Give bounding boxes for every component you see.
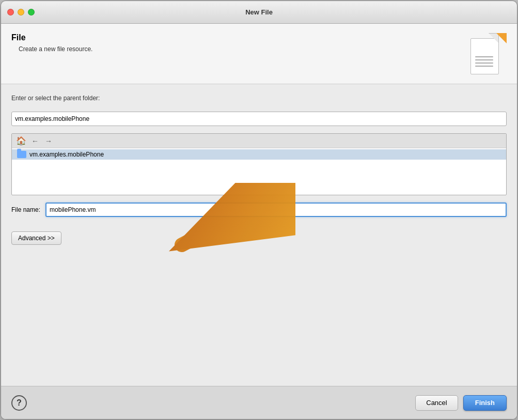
- tree-container: 🏠 ← → vm.examples.mobilePhone: [11, 133, 507, 195]
- close-button[interactable]: [7, 9, 14, 15]
- advanced-button[interactable]: Advanced >>: [11, 231, 61, 245]
- title-bar: New File: [1, 1, 517, 24]
- form-section: Enter or select the parent folder: 🏠 ← →…: [1, 84, 517, 386]
- header-section: File Create a new file resource.: [1, 24, 517, 84]
- finish-button[interactable]: Finish: [463, 395, 507, 411]
- window-title: New File: [245, 8, 273, 16]
- filename-input[interactable]: [45, 203, 507, 217]
- file-icon-lines: [475, 56, 493, 69]
- bottom-buttons: Cancel Finish: [415, 395, 507, 411]
- maximize-button[interactable]: [28, 9, 35, 15]
- bottom-bar: ? Cancel Finish: [1, 386, 517, 419]
- main-window: New File File Create a new file resource…: [1, 1, 517, 419]
- header-text: File Create a new file resource.: [11, 33, 92, 53]
- arrow-svg: [140, 183, 295, 266]
- filename-row: File name:: [11, 203, 507, 217]
- file-icon-line: [475, 59, 493, 60]
- home-icon[interactable]: 🏠: [16, 136, 26, 146]
- file-icon-body: [470, 38, 499, 74]
- file-icon-line: [475, 66, 493, 67]
- tree-item-label: vm.examples.mobilePhone: [29, 151, 104, 158]
- folder-label: Enter or select the parent folder:: [11, 95, 507, 102]
- forward-button[interactable]: →: [44, 137, 53, 145]
- folder-input[interactable]: [11, 112, 507, 126]
- cancel-button[interactable]: Cancel: [415, 395, 458, 411]
- file-icon-line: [475, 56, 493, 57]
- traffic-lights: [7, 9, 35, 15]
- folder-icon: [17, 151, 26, 158]
- file-icon-line: [475, 63, 493, 64]
- tree-item[interactable]: vm.examples.mobilePhone: [12, 149, 506, 160]
- filename-label: File name:: [11, 206, 40, 213]
- header-title: File: [11, 33, 92, 42]
- minimize-button[interactable]: [18, 9, 24, 15]
- content-area: File Create a new file resource.: [1, 24, 517, 419]
- header-subtitle: Create a new file resource.: [19, 45, 92, 53]
- help-button[interactable]: ?: [11, 395, 27, 411]
- back-button[interactable]: ←: [30, 137, 40, 145]
- tree-toolbar: 🏠 ← →: [12, 134, 506, 148]
- file-icon: [470, 33, 507, 74]
- tree-items: vm.examples.mobilePhone: [12, 148, 506, 161]
